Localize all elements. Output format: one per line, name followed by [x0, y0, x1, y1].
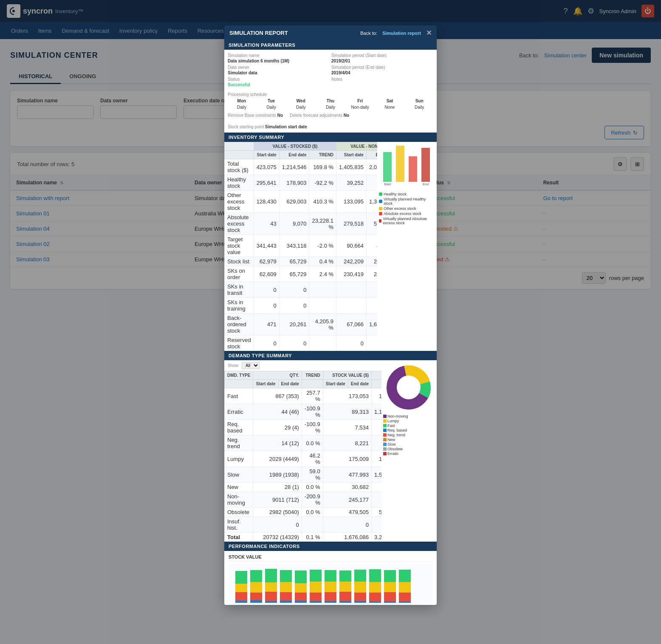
- day-sun: Sun: [405, 99, 433, 103]
- svg-rect-17: [250, 582, 262, 593]
- svg-rect-12: [235, 571, 247, 584]
- perf-title: PERFORMANCE INDICATORS: [224, 542, 437, 551]
- svg-rect-30: [295, 593, 307, 601]
- setting-remove-constraints: Remove Base constraints No: [228, 113, 283, 118]
- inventory-content: VALUE - STOCKED ($) VALUE - NON STOCKED …: [224, 142, 437, 351]
- svg-rect-18: [250, 593, 262, 600]
- stock-value-title: STOCK VALUE: [229, 554, 432, 562]
- demand-section: DEMAND TYPE SUMMARY Show All DMD. TYPE Q…: [224, 351, 437, 542]
- svg-rect-27: [280, 601, 292, 603]
- demand-row: Fast 867 (353) 257.7 % 173,053 134,234 9…: [225, 388, 382, 404]
- svg-rect-40: [339, 571, 351, 582]
- day-tue: Tue: [257, 99, 285, 103]
- svg-point-11: [401, 380, 416, 395]
- report-modal-header: SIMULATION REPORT Back to: Simulation re…: [224, 25, 437, 40]
- svg-rect-15: [235, 601, 247, 603]
- donut-legend: Non-moving Lumpy Fast Req. based Neg. tr…: [383, 414, 435, 456]
- svg-rect-20: [265, 569, 277, 582]
- demand-row: Neg. trend 14 (12) 0.0 % 8,221 0 0: [225, 435, 382, 451]
- svg-rect-37: [325, 582, 336, 592]
- sched-sun: Daily: [405, 105, 433, 110]
- day-mon: Mon: [228, 99, 256, 103]
- demand-content: Show All DMD. TYPE QTY. TREND STOCK VALU…: [224, 360, 437, 542]
- svg-rect-26: [280, 592, 292, 601]
- close-report-button[interactable]: ✕: [426, 29, 432, 37]
- svg-rect-47: [354, 601, 366, 603]
- param-period-start-label: Simulation period (Start date): [331, 53, 433, 58]
- report-back-link[interactable]: Simulation report: [382, 31, 421, 36]
- param-period-end-val: 2019/4/04: [331, 71, 433, 75]
- inventory-row: Reserved stock 00 00: [225, 336, 378, 351]
- svg-rect-42: [339, 592, 351, 601]
- inventory-row: SKs on order 62,60965,7292.4 % 230,41924…: [225, 266, 378, 282]
- svg-rect-44: [354, 570, 366, 582]
- inventory-row: Total stock ($) 423,0751,214,546169.8 % …: [225, 159, 378, 175]
- svg-rect-51: [369, 602, 381, 603]
- perf-section: PERFORMANCE INDICATORS STOCK VALUE: [224, 542, 437, 605]
- report-modal-backdrop: SIMULATION REPORT Back to: Simulation re…: [0, 0, 661, 644]
- day-wed: Wed: [287, 99, 315, 103]
- sim-params-title: SIMULATION PARAMETERS: [224, 40, 437, 50]
- svg-rect-54: [384, 592, 396, 602]
- inventory-row: Healthy stock 295,641178,903-92.2 % 39,2…: [225, 175, 378, 191]
- svg-rect-53: [384, 582, 396, 592]
- svg-rect-38: [325, 592, 336, 601]
- param-status-label: Status: [228, 77, 330, 82]
- svg-rect-36: [325, 570, 336, 582]
- sim-params-section: SIMULATION PARAMETERS Simulation name Da…: [224, 40, 437, 133]
- sched-tue: Daily: [257, 105, 285, 110]
- demand-row: Slow 1989 (1938) 59.0 % 477,993 1,527,87…: [225, 467, 382, 483]
- svg-rect-50: [369, 593, 381, 602]
- svg-rect-41: [339, 582, 351, 592]
- inventory-row: Other excess stock 128,430629,003410.3 %…: [225, 191, 378, 213]
- inventory-table: VALUE - STOCKED ($) VALUE - NON STOCKED …: [224, 142, 377, 351]
- svg-rect-58: [399, 593, 411, 602]
- inventory-row: SKs in transit 00: [225, 282, 378, 298]
- demand-donut-chart: Non-moving Lumpy Fast Req. based Neg. tr…: [381, 360, 437, 542]
- inventory-legend: Healthy stock Virtually planned Healthy …: [379, 192, 435, 225]
- sched-mon: Daily: [228, 105, 256, 110]
- inventory-section: INVENTORY SUMMARY VALUE - STOCKED ($) VA…: [224, 133, 437, 351]
- day-fri: Fri: [346, 99, 374, 103]
- inventory-title: INVENTORY SUMMARY: [224, 133, 437, 142]
- svg-rect-48: [369, 569, 381, 582]
- svg-rect-4: [409, 156, 417, 182]
- day-thu: Thu: [316, 99, 345, 103]
- report-modal: SIMULATION REPORT Back to: Simulation re…: [224, 25, 437, 605]
- inventory-row: Absolute excess stock 439,07023,228.1 % …: [225, 213, 378, 235]
- settings-row: Remove Base constraints No Delete foreca…: [224, 111, 437, 133]
- inventory-row: SKs in training 00: [225, 298, 378, 314]
- svg-rect-16: [250, 570, 262, 582]
- demand-table: DMD. TYPE QTY. TREND STOCK VALUE ($) TRE…: [224, 371, 381, 542]
- demand-row: Non-moving 9011 (712) -200.9 % 245,177 9…: [225, 492, 382, 508]
- demand-row: Req. based 29 (4) -100.9 % 7,534 0 0: [225, 420, 382, 435]
- param-period-start: Simulation period (Start date) 2019/2/01: [331, 53, 433, 63]
- svg-text:End: End: [423, 182, 429, 186]
- param-period-start-val: 2019/2/01: [331, 59, 433, 63]
- demand-row: Erratic 44 (46) -100.9 % 89,313 1,144,24…: [225, 404, 382, 420]
- inventory-row: Back-ordered stock 47120,2614,205.9 % 67…: [225, 314, 378, 336]
- svg-rect-57: [399, 582, 411, 593]
- demand-show-select[interactable]: All: [242, 362, 260, 369]
- param-notes: Notes: [331, 77, 433, 87]
- demand-row: Lumpy 2029 (4449) 46.2 % 175,009 139,052…: [225, 451, 382, 467]
- param-sim-name: Simulation name Data simulation 6 months…: [228, 53, 330, 63]
- svg-rect-46: [354, 593, 366, 601]
- report-title: SIMULATION REPORT: [229, 30, 288, 36]
- svg-rect-55: [384, 602, 396, 603]
- svg-rect-14: [235, 592, 247, 601]
- schedule-label: Processing schedule: [228, 92, 267, 97]
- param-data-owner-label: Data owner: [228, 65, 330, 70]
- svg-rect-56: [399, 570, 411, 582]
- param-period-end-label: Simulation period (End date): [331, 65, 433, 70]
- param-period-end: Simulation period (End date) 2019/4/04: [331, 65, 433, 75]
- svg-rect-29: [295, 583, 307, 593]
- svg-rect-25: [280, 582, 292, 592]
- svg-rect-19: [250, 600, 262, 603]
- demand-row: Total 20732 (14329) 0.1 % 1,676,086 3,21…: [225, 533, 382, 542]
- sched-fri: Non-daily: [346, 105, 374, 110]
- show-label: Show: [228, 363, 238, 368]
- param-status-val: Successful: [228, 82, 330, 87]
- param-sim-name-val: Data simulation 6 months (1M): [228, 59, 330, 63]
- svg-rect-21: [265, 582, 277, 592]
